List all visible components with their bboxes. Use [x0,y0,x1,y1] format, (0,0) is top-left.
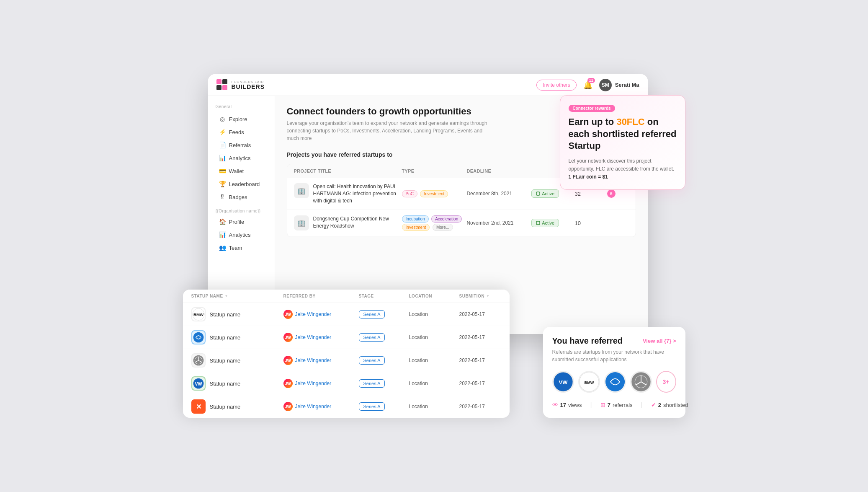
referrer-name: Jelte Wingender [295,334,332,340]
stage-cell: Series A [359,333,409,342]
stage-cell: Series A [359,402,409,411]
count-1: 32 [574,191,607,197]
stage-badge: Series A [359,356,385,365]
sidebar-item-feeds[interactable]: ⚡ Feeds [211,126,271,138]
notification-badge: 11 [587,78,595,83]
sidebar-general-label: General [208,103,275,112]
sidebar-item-explore[interactable]: ◎ Explore [211,113,271,125]
bottom-table-header: STATUP NAME ▼ REFERRED BY STAGE LOCATION… [183,290,510,303]
referrals-icon: 📄 [219,142,226,148]
location-cell: Location [409,334,459,340]
startup-name-text: Statup name [210,404,241,410]
feeds-icon: ⚡ [219,129,226,135]
referrer-name: Jelte Wingender [295,357,332,363]
startup-name-cell: Statup name [191,330,283,344]
startup-name-text: Statup name [210,334,241,341]
sidebar-item-referrals[interactable]: 📄 Referrals [211,139,271,151]
startup-logo: ✕ [191,399,206,414]
referred-stats: 👁 17 views | ⊞ 7 referrals | ✔ 2 shortli… [552,401,676,409]
location-cell: Location [409,381,459,386]
referred-by-cell: JW Jelte Wingender [283,333,359,342]
brand-logo[interactable]: FOUNDERS LAIR BUILDERS [216,79,265,91]
col-type: Type [402,168,467,173]
rewards-title-prefix: Earn up to [569,117,617,127]
sidebar-label-badges: Badges [229,194,247,200]
stage-cell: Series A [359,310,409,319]
notif-1: 6 [607,189,629,198]
sidebar-label-leaderboard: Leaderboard [229,181,260,187]
referred-desc: Referrals are startups from your network… [552,348,676,363]
sidebar-item-team[interactable]: 👥 Team [211,241,271,254]
referrer-avatar: JW [283,402,293,411]
table-row[interactable]: ✕ Statup name JW Jelte Wingender Series … [183,395,510,418]
tag-acceleration: Acceleration [431,215,462,223]
svg-rect-4 [536,192,540,195]
svg-text:VW: VW [559,379,568,386]
svg-text:VW: VW [195,381,202,386]
svg-rect-0 [216,79,222,84]
col-project-title: Project Title [294,168,402,173]
view-all-link[interactable]: View all {7} > [643,338,676,344]
referred-by-cell: JW Jelte Wingender [283,310,359,319]
startup-name-cell: Statup name [191,353,283,368]
referrals-stat-icon: ⊞ [600,401,605,408]
referrer-avatar: JW [283,333,293,342]
svg-rect-2 [216,85,222,90]
badges-icon: 🎖 [219,194,226,200]
project-icon: 🏢 [294,183,309,198]
sidebar-label-analytics: Analytics [229,155,251,161]
company-logos: VW BMW 3+ [552,371,676,393]
project-title-cell-2: 🏢 Dongsheng Cup Competition New Energy R… [294,215,402,230]
table-row[interactable]: Statup name JW Jelte Wingender Series A … [183,326,510,349]
tag-poc: PoC [402,190,417,197]
company-logo-more: 3+ [656,371,676,393]
table-row[interactable]: 🏢 Dongsheng Cup Competition New Energy R… [287,210,636,237]
bottom-col-submission: SUBMITION ▼ [459,294,510,298]
submission-cell: 2022-05-17 [459,334,510,340]
tag-more: More... [433,224,453,231]
svg-text:BMW: BMW [193,312,203,317]
table-row[interactable]: Statup name JW Jelte Wingender Series A … [183,349,510,372]
sidebar-item-badges[interactable]: 🎖 Badges [211,191,271,203]
count-2: 10 [574,220,607,226]
sidebar-item-leaderboard[interactable]: 🏆 Leaderboard [211,178,271,190]
active-badge-2: Active [531,219,559,227]
sidebar-item-analytics[interactable]: 📊 Analytics [211,152,271,164]
sidebar-label-team: Team [229,245,242,251]
sidebar-item-profile[interactable]: 🏠 Profile [211,215,271,228]
startup-logo [191,330,206,344]
user-info[interactable]: SM Serati Ma [599,79,639,91]
startup-name-text: Statup name [210,381,241,387]
project-icon-2: 🏢 [294,215,309,230]
startup-name-text: Statup name [210,357,241,364]
shortlisted-label: shortlisted [663,402,688,408]
table-row[interactable]: BMW Statup name JW Jelte Wingender Serie… [183,303,510,326]
startup-logo: BMW [191,307,206,321]
referrer-name: Jelte Wingender [295,381,332,386]
rewards-desc: Let your network discover this project o… [569,157,677,181]
deadline-1: December 8th, 2021 [466,191,531,197]
svg-text:BMW: BMW [584,381,594,385]
bottom-overlay: STATUP NAME ▼ REFERRED BY STAGE LOCATION… [183,290,510,418]
table-row[interactable]: VW Statup name JW Jelte Wingender Series… [183,372,510,395]
user-avatar: SM [599,79,612,91]
referred-by-cell: JW Jelte Wingender [283,356,359,365]
notification-button[interactable]: 🔔 11 [583,80,592,90]
referrer-avatar: JW [283,379,293,388]
sidebar-item-org-analytics[interactable]: 📊 Analytics [211,228,271,241]
startup-logo [191,353,206,368]
rewards-title: Earn up to 30FLC on each shortlisted ref… [569,116,677,152]
submission-cell: 2022-05-17 [459,311,510,317]
svg-point-22 [605,372,624,391]
company-logo-cwlt [604,371,626,393]
tag-investment: Investment [420,190,448,197]
views-count: 17 [560,402,566,408]
svg-text:✕: ✕ [196,403,201,410]
sidebar-label-feeds: Feeds [229,129,244,135]
stage-cell: Series A [359,356,409,365]
invite-button[interactable]: Invite others [536,80,576,91]
sidebar-item-wallet[interactable]: 💳 Wallet [211,165,271,177]
startup-name-cell: BMW Statup name [191,307,283,321]
shortlisted-icon: ✔ [651,401,656,408]
location-cell: Location [409,311,459,317]
